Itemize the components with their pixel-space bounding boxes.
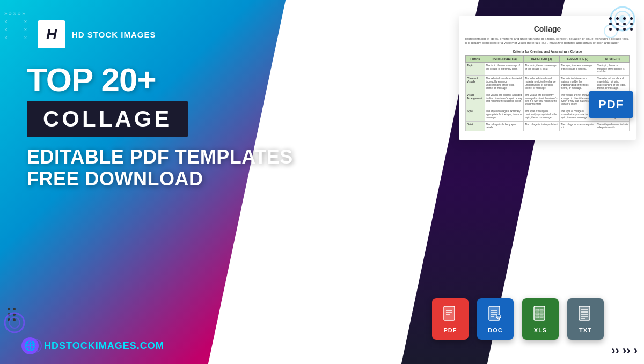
dot: [630, 17, 633, 20]
col-proficient: PROFICIENT (3): [524, 55, 559, 62]
doc-icon: W: [487, 305, 504, 325]
left-panel: » » » » » × × × × × × H HD STOCK IMAGES …: [0, 0, 349, 364]
row-style-p: The style of collage is proficiently app…: [524, 108, 559, 122]
row-detail-header: Detail: [466, 121, 485, 131]
svg-point-5: [9, 317, 20, 328]
table-row: Choice of Visuals The selected visuals a…: [466, 76, 630, 92]
col-novice: NOVICE (1): [596, 55, 629, 62]
row-topic-n: The topic, theme or message of the colla…: [596, 62, 629, 76]
dot: [630, 28, 633, 31]
row-visuals-header: Choice of Visuals: [466, 76, 485, 92]
row-detail-n: The collage does not include adequate de…: [596, 121, 629, 131]
table-row: Topic The topic, theme or message of the…: [466, 62, 630, 76]
svg-rect-22: [536, 309, 539, 311]
dot: [630, 23, 633, 25]
dot: [609, 17, 612, 20]
format-icon-xls[interactable]: XLS: [522, 298, 559, 340]
dot: [609, 28, 612, 31]
dot: [623, 28, 626, 31]
svg-point-6: [28, 339, 41, 352]
row-visuals-a: The selected visuals and material muddle…: [559, 76, 596, 92]
row-detail-d: The collage includes graphic details.: [485, 121, 524, 131]
col-apprentice: APPRENTICE (2): [559, 55, 596, 62]
row-visual-arr-d: The visuals are expertly arranged to dir…: [485, 92, 524, 108]
dot: [609, 23, 612, 25]
svg-rect-26: [536, 316, 539, 318]
row-topic-p: The topic, theme or message of the colla…: [524, 62, 559, 76]
row-style-d: The style of collage is extremely approp…: [485, 108, 524, 122]
logo-area: H HD STOCK IMAGES: [38, 20, 327, 48]
small-dot: [8, 308, 10, 310]
pdf-badge: PDF: [589, 91, 633, 118]
xls-label: XLS: [534, 327, 547, 333]
subtitle-line1: EDITABLE PDF TEMPLATES: [27, 146, 327, 168]
svg-rect-25: [540, 313, 543, 315]
row-detail-p: The collage includes proficient: [524, 121, 559, 131]
row-style-header: Style: [466, 108, 485, 122]
svg-rect-28: [579, 306, 590, 320]
dots-decoration-top-right: [609, 17, 634, 31]
txt-label: TXT: [579, 327, 592, 333]
row-detail-a: The collage includes adequate but: [559, 121, 596, 131]
svg-rect-24: [536, 313, 539, 315]
headline-top: TOP 20+: [27, 63, 327, 96]
pdf-icon: [442, 305, 459, 325]
row-visuals-n: The selected visuals and material do not…: [596, 76, 629, 92]
format-icons-row: PDF W DOC: [349, 298, 644, 340]
row-visuals-d: The selected visuals and material thorou…: [485, 76, 524, 92]
brand-name: HD STOCK IMAGES: [72, 30, 156, 39]
main-content: » » » » » × × × × × × H HD STOCK IMAGES …: [0, 0, 644, 364]
xls-icon: [532, 305, 549, 325]
row-visuals-p: The selected visuals and material profic…: [524, 76, 559, 92]
arrows-decoration-bottom-right: ›› ›› ›: [611, 344, 638, 358]
dot: [616, 23, 619, 25]
svg-text:W: W: [497, 316, 500, 319]
svg-rect-7: [444, 306, 455, 320]
row-topic-a: The topic, theme or message of the colla…: [559, 62, 596, 76]
pdf-label: PDF: [444, 327, 457, 333]
col-distinguished: DISTINGUISHED (4): [485, 55, 524, 62]
row-topic-d: The topic, theme or message of the colla…: [485, 62, 524, 76]
small-dot: [13, 308, 16, 310]
txt-icon: [577, 305, 594, 325]
format-icon-doc[interactable]: W DOC: [477, 298, 514, 340]
doc-label: DOC: [488, 327, 502, 333]
collage-badge: COLLAGE: [27, 101, 188, 137]
col-criteria: Criteria: [466, 55, 485, 62]
row-topic-header: Topic: [466, 62, 485, 76]
svg-rect-27: [540, 316, 543, 318]
dot: [623, 17, 626, 20]
right-panel: Collage representation of ideas, emotion…: [349, 0, 644, 364]
website-url: HDSTOCKIMAGES.COM: [44, 340, 164, 352]
subtitle-line2: FREE DOWNLOAD: [27, 168, 327, 190]
logo-letter: H: [46, 27, 57, 42]
row-visual-arr-header: Visual Arrangement: [466, 92, 485, 108]
table-row: Detail The collage includes graphic deta…: [466, 121, 630, 131]
dot: [623, 23, 626, 25]
logo-icon: H: [38, 20, 65, 48]
dot: [616, 28, 619, 31]
circle-deco-bottom-left-2: [27, 338, 43, 356]
format-icon-txt[interactable]: TXT: [567, 298, 604, 340]
svg-rect-23: [540, 309, 543, 311]
dot: [616, 17, 619, 20]
svg-point-4: [5, 313, 24, 332]
collage-text: COLLAGE: [43, 106, 172, 132]
format-icon-pdf[interactable]: PDF: [432, 298, 469, 340]
row-visual-arr-p: The visuals are proficiently arranged to…: [524, 92, 559, 108]
x-pattern-decoration: » » » » » × × × × × ×: [4, 10, 27, 42]
circle-deco-bottom-left: [3, 311, 27, 337]
subtitle: EDITABLE PDF TEMPLATES FREE DOWNLOAD: [27, 146, 327, 190]
